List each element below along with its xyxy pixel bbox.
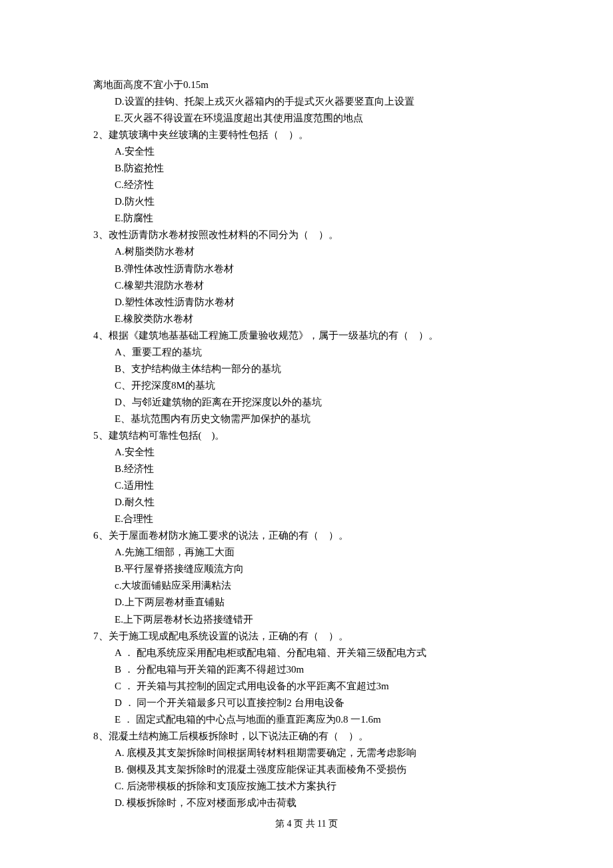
text-line: 2、建筑玻璃中夹丝玻璃的主要特性包括（ ）。 xyxy=(93,127,520,143)
text-line: E、基坑范围内有历史文物需严加保护的基坑 xyxy=(93,411,520,427)
text-line: C. 后浇带模板的拆除和支顶应按施工技术方案执行 xyxy=(93,778,520,795)
text-line: E.防腐性 xyxy=(93,210,520,227)
page-footer: 第 4 页 共 11 页 xyxy=(0,816,613,831)
text-line: C、开挖深度8M的基坑 xyxy=(93,377,520,394)
text-line: 4、根据《建筑地基基础工程施工质量验收规范》，属于一级基坑的有（ ）。 xyxy=(93,327,520,344)
text-line: c.大坡面铺贴应采用满粘法 xyxy=(93,577,520,594)
text-line: C.橡塑共混防水卷材 xyxy=(93,277,520,294)
text-line: C.经济性 xyxy=(93,177,520,193)
text-line: A.安全性 xyxy=(93,444,520,461)
text-line: 3、改性沥青防水卷材按照改性材料的不同分为（ ）。 xyxy=(93,227,520,243)
text-line: D.塑性体改性沥青防水卷材 xyxy=(93,294,520,311)
text-line: 8、混凝土结构施工后模板拆除时，以下说法正确的有（ ）。 xyxy=(93,728,520,745)
page-content: 离地面高度不宜小于0.15mD.设置的挂钩、托架上戎灭火器箱内的手提式灭火器要竖… xyxy=(0,0,613,811)
text-line: D.设置的挂钩、托架上戎灭火器箱内的手提式灭火器要竖直向上设置 xyxy=(93,93,520,110)
text-line: B. 侧模及其支架拆除时的混凝土强度应能保证其表面棱角不受损伤 xyxy=(93,761,520,778)
text-line: B ． 分配电箱与开关箱的距离不得超过30m xyxy=(93,661,520,678)
text-line: C.适用性 xyxy=(93,477,520,494)
text-line: E.合理性 xyxy=(93,511,520,527)
text-line: C ． 开关箱与其控制的固定式用电设备的水平距离不宜超过3m xyxy=(93,678,520,695)
text-line: D.耐久性 xyxy=(93,494,520,511)
text-line: A. 底模及其支架拆除时间根据周转材料租期需要确定，无需考虑影响 xyxy=(93,745,520,761)
text-line: B.防盗抢性 xyxy=(93,160,520,177)
text-line: E.上下两层卷材长边搭接缝错开 xyxy=(93,611,520,628)
text-line: A.先施工细部，再施工大面 xyxy=(93,544,520,561)
text-line: A.安全性 xyxy=(93,143,520,160)
text-line: E ． 固定式配电箱的中心点与地面的垂直距离应为0.8 一1.6m xyxy=(93,711,520,728)
text-line: D ． 同一个开关箱最多只可以直接控制2 台用电设备 xyxy=(93,695,520,711)
text-line: B.经济性 xyxy=(93,461,520,477)
text-line: 6、关于屋面卷材防水施工要求的说法，正确的有（ ）。 xyxy=(93,527,520,544)
text-line: B、支护结构做主体结构一部分的基坑 xyxy=(93,361,520,377)
text-line: D.防火性 xyxy=(93,193,520,210)
text-line: B.弹性体改性沥青防水卷材 xyxy=(93,261,520,277)
text-line: B.平行屋脊搭接缝应顺流方向 xyxy=(93,561,520,577)
text-line: E.橡胶类防水卷材 xyxy=(93,311,520,327)
text-line: D. 模板拆除时，不应对楼面形成冲击荷载 xyxy=(93,795,520,811)
text-line: 7、关于施工现成配电系统设置的说法，正确的有（ ）。 xyxy=(93,628,520,645)
text-line: D、与邻近建筑物的距离在开挖深度以外的基坑 xyxy=(93,394,520,411)
text-line: 5、建筑结构可靠性包括( )。 xyxy=(93,427,520,444)
text-line: D.上下两层卷材垂直铺贴 xyxy=(93,594,520,611)
text-line: E.灭火器不得设置在环境温度超出其使用温度范围的地点 xyxy=(93,110,520,127)
text-line: A、重要工程的基坑 xyxy=(93,344,520,361)
text-line: A ． 配电系统应采用配电柜或配电箱、分配电箱、开关箱三级配电方式 xyxy=(93,645,520,661)
text-line: A.树脂类防水卷材 xyxy=(93,243,520,260)
text-line: 离地面高度不宜小于0.15m xyxy=(93,77,520,93)
